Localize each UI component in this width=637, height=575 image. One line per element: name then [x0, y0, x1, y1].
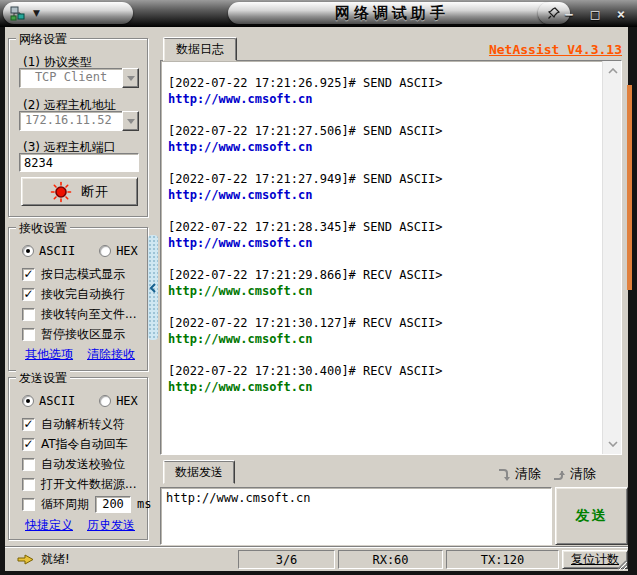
clear-receive-button[interactable]: 清除 — [497, 465, 541, 483]
checkbox-label: 暂停接收区显示 — [41, 326, 125, 343]
minimize-button[interactable]: − — [561, 6, 577, 22]
titlebar[interactable]: ▼ 网络调试助手 − □ × — [0, 0, 637, 27]
connection-status-icon — [50, 181, 72, 203]
receive-settings-group: 接收设置 ASCII HEX ✓ 按日志模式显示 ✓ 接收完自动换行 接收转向至… — [8, 227, 148, 371]
protocol-value: TCP Client — [19, 68, 122, 88]
send-cycle-checkbox[interactable]: 循环周期 ms — [9, 494, 147, 514]
checkbox-icon: ✓ — [22, 268, 35, 281]
send-option-0[interactable]: ✓ 自动解析转义符 — [9, 414, 147, 434]
log-data: http://www.cmsoft.cn — [168, 235, 596, 251]
tab-data-send[interactable]: 数据发送 — [163, 460, 235, 484]
radio-label: HEX — [116, 244, 138, 258]
log-entry: [2022-07-22 17:21:30.400]# RECV ASCII> h… — [168, 363, 596, 395]
checkbox-label: 自动解析转义符 — [41, 416, 125, 433]
disconnect-button[interactable]: 断开 — [21, 177, 138, 206]
radio-label: ASCII — [39, 394, 75, 408]
status-rx-count: RX:60 — [338, 550, 443, 569]
recv-option-2[interactable]: 接收转向至文件... — [9, 304, 147, 324]
protocol-select[interactable]: TCP Client — [19, 68, 139, 88]
checkbox-label: 打开文件数据源... — [41, 476, 136, 493]
log-entry: [2022-07-22 17:21:28.345]# SEND ASCII> h… — [168, 219, 596, 251]
recv-option-3[interactable]: 暂停接收区显示 — [9, 324, 147, 344]
titlebar-menu-area[interactable]: ▼ — [3, 2, 133, 24]
history-send-link[interactable]: 历史发送 — [87, 517, 135, 534]
clear-receive-link[interactable]: 清除接收 — [87, 346, 135, 363]
log-entry: [2022-07-22 17:21:30.127]# RECV ASCII> h… — [168, 315, 596, 347]
log-entry: [2022-07-22 17:21:27.506]# SEND ASCII> h… — [168, 123, 596, 155]
log-timestamp: [2022-07-22 17:21:27.949]# SEND ASCII> — [168, 171, 596, 187]
status-packet-count: 3/6 — [238, 550, 335, 569]
menu-arrow-icon[interactable]: ▼ — [33, 8, 40, 18]
group-title: 接收设置 — [16, 220, 70, 237]
window-body: 网络设置 (1) 协议类型 TCP Client (2) 远程主机地址 172.… — [5, 27, 628, 571]
shortcut-define-link[interactable]: 快捷定义 — [25, 517, 73, 534]
send-option-1[interactable]: ✓ AT指令自动回车 — [9, 434, 147, 454]
host-dropdown-button[interactable] — [122, 111, 139, 131]
log-view[interactable]: [2022-07-22 17:21:26.925]# SEND ASCII> h… — [160, 60, 622, 455]
checkbox-label: AT指令自动回车 — [41, 436, 128, 453]
tab-label: 数据发送 — [175, 464, 223, 481]
send-option-2[interactable]: 自动发送校验位 — [9, 454, 147, 474]
send-settings-group: 发送设置 ASCII HEX ✓ 自动解析转义符 ✓ AT指令自动回车 自动发送… — [8, 377, 148, 540]
version-link[interactable]: NetAssist V4.3.13 — [489, 42, 622, 57]
log-data: http://www.cmsoft.cn — [168, 139, 596, 155]
network-settings-group: 网络设置 (1) 协议类型 TCP Client (2) 远程主机地址 172.… — [8, 38, 148, 217]
checkbox-label: 按日志模式显示 — [41, 266, 125, 283]
resize-grip[interactable] — [615, 558, 627, 570]
group-title: 网络设置 — [16, 31, 70, 48]
recv-option-1[interactable]: ✓ 接收完自动换行 — [9, 284, 147, 304]
arrow-down-icon — [497, 467, 511, 481]
checkbox-label: 接收转向至文件... — [41, 306, 136, 323]
checkbox-icon: ✓ — [22, 288, 35, 301]
app-window: ▼ 网络调试助手 − □ × 网络设置 (1) 协议类型 TCP Client — [0, 0, 637, 575]
checkbox-icon — [22, 328, 35, 341]
status-bar: 就绪! 3/6 RX:60 TX:120 复位计数 — [5, 546, 628, 571]
radio-icon — [22, 245, 34, 257]
host-value: 172.16.11.52 — [19, 111, 122, 131]
scroll-down-icon[interactable] — [603, 436, 622, 452]
clear-send-button[interactable]: 清除 — [552, 465, 596, 483]
other-options-link[interactable]: 其他选项 — [25, 346, 73, 363]
tab-data-log[interactable]: 数据日志 — [163, 37, 237, 61]
host-select[interactable]: 172.16.11.52 — [19, 111, 139, 131]
arrow-up-icon — [552, 467, 566, 481]
log-data: http://www.cmsoft.cn — [168, 91, 596, 107]
log-data: http://www.cmsoft.cn — [168, 283, 596, 299]
scroll-up-icon[interactable] — [603, 63, 622, 79]
recv-radio-hex[interactable]: HEX — [99, 244, 138, 258]
cycle-unit: ms — [137, 497, 151, 511]
clear-label: 清除 — [515, 465, 541, 483]
checkbox-icon: ✓ — [22, 418, 35, 431]
status-tx-count: TX:120 — [446, 550, 559, 569]
log-data: http://www.cmsoft.cn — [168, 187, 596, 203]
log-entry: [2022-07-22 17:21:27.949]# SEND ASCII> h… — [168, 171, 596, 203]
radio-label: HEX — [116, 394, 138, 408]
log-entry: [2022-07-22 17:21:29.866]# RECV ASCII> h… — [168, 267, 596, 299]
send-button[interactable]: 发送 — [555, 487, 628, 545]
cycle-period-input[interactable] — [95, 496, 131, 513]
recv-radio-ascii[interactable]: ASCII — [22, 244, 75, 258]
tab-label: 数据日志 — [176, 41, 224, 58]
send-option-3[interactable]: 打开文件数据源... — [9, 474, 147, 494]
chevron-left-icon — [149, 282, 157, 294]
log-timestamp: [2022-07-22 17:21:30.127]# RECV ASCII> — [168, 315, 596, 331]
frame-scroll-thumb[interactable] — [627, 85, 632, 290]
maximize-button[interactable]: □ — [587, 6, 603, 22]
close-button[interactable]: × — [613, 6, 629, 22]
protocol-dropdown-button[interactable] — [122, 68, 139, 88]
send-radio-ascii[interactable]: ASCII — [22, 394, 75, 408]
log-timestamp: [2022-07-22 17:21:28.345]# SEND ASCII> — [168, 219, 596, 235]
log-timestamp: [2022-07-22 17:21:26.925]# SEND ASCII> — [168, 75, 596, 91]
send-radio-hex[interactable]: HEX — [99, 394, 138, 408]
log-timestamp: [2022-07-22 17:21:27.506]# SEND ASCII> — [168, 123, 596, 139]
group-title: 发送设置 — [16, 370, 70, 387]
checkbox-label: 接收完自动换行 — [41, 286, 125, 303]
log-scrollbar[interactable] — [602, 61, 621, 454]
recv-option-0[interactable]: ✓ 按日志模式显示 — [9, 264, 147, 284]
panel-collapse-splitter[interactable] — [148, 235, 158, 340]
send-input[interactable] — [160, 487, 552, 545]
radio-icon — [99, 395, 111, 407]
checkbox-icon — [22, 498, 35, 511]
app-icon — [9, 5, 25, 21]
port-input[interactable] — [19, 153, 139, 172]
